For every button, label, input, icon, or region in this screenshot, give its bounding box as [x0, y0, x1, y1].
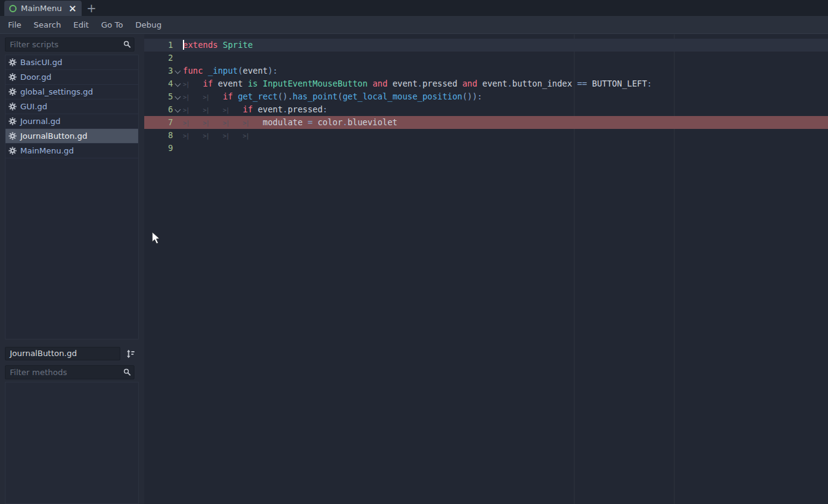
- script-item-label: BasicUI.gd: [20, 58, 62, 67]
- code-line-1[interactable]: 1extends Sprite: [144, 39, 828, 52]
- sort-methods-button[interactable]: [123, 347, 137, 360]
- code-lines: 1extends Sprite23func _input(event):4>|i…: [144, 39, 828, 155]
- code-line-3[interactable]: 3func _input(event):: [144, 64, 828, 77]
- script-item-journal[interactable]: Journal.gd: [6, 114, 138, 129]
- fold-chevron-icon[interactable]: [175, 81, 181, 87]
- tab-indent-marker-icon: >|: [183, 104, 203, 117]
- line-number: 5: [144, 90, 173, 103]
- gear-icon: [9, 103, 17, 110]
- tab-indent-marker-icon: >|: [243, 117, 263, 130]
- line-text: extends Sprite: [183, 39, 828, 52]
- sort-icon: [126, 349, 135, 359]
- line-text: >|>|>|if event.pressed:: [183, 103, 828, 116]
- line-number: 6: [144, 103, 173, 116]
- methods-list: [5, 382, 139, 504]
- line-number: 4: [144, 77, 173, 90]
- tab-indent-marker-icon: >|: [223, 130, 243, 142]
- line-text: >|if event is InputEventMouseButton and …: [183, 77, 828, 90]
- tab-indent-marker-icon: >|: [203, 117, 223, 130]
- line-number: 2: [144, 52, 173, 64]
- godot-script-editor-window: MainMenu × + FileSearchEditGo ToDebug Ba…: [0, 0, 828, 504]
- tab-indent-marker-icon: >|: [223, 104, 243, 117]
- line-text: >|>|>|>|: [183, 129, 828, 142]
- tab-indent-marker-icon: >|: [183, 91, 203, 104]
- menu-debug[interactable]: Debug: [129, 20, 168, 29]
- line-text: >|>|if get_rect().has_point(get_local_mo…: [183, 90, 828, 103]
- gear-icon: [9, 58, 17, 66]
- script-panel-sidebar: BasicUI.gdDoor.gdglobal_settings.gdGUI.g…: [0, 34, 139, 504]
- gear-icon: [9, 88, 17, 96]
- search-icon: [123, 41, 131, 48]
- code-line-9[interactable]: 9: [144, 142, 828, 155]
- filter-methods-input[interactable]: [5, 365, 134, 379]
- search-icon: [123, 368, 131, 376]
- script-item-door[interactable]: Door.gd: [6, 70, 138, 85]
- add-scene-tab-button[interactable]: +: [84, 0, 99, 16]
- script-item-journalbutton[interactable]: JournalButton.gd: [6, 129, 138, 144]
- code-line-7[interactable]: 7>|>|>|>|modulate = color.blueviolet: [144, 116, 828, 129]
- close-tab-icon[interactable]: ×: [69, 4, 77, 14]
- fold-chevron-icon[interactable]: [175, 68, 181, 74]
- code-editor[interactable]: 1extends Sprite23func _input(event):4>|i…: [144, 34, 828, 504]
- code-line-6[interactable]: 6>|>|>|if event.pressed:: [144, 103, 828, 116]
- line-text: >|>|>|>|modulate = color.blueviolet: [183, 116, 828, 129]
- menu-file[interactable]: File: [2, 20, 28, 29]
- scene-icon: [9, 5, 17, 12]
- scene-tab-label: MainMenu: [21, 4, 62, 13]
- gear-icon: [9, 147, 17, 155]
- filter-scripts-input[interactable]: [5, 37, 134, 52]
- line-number: 1: [144, 39, 173, 52]
- fold-chevron-icon[interactable]: [175, 94, 181, 100]
- scene-tab-bar: MainMenu × +: [0, 0, 828, 16]
- line-text: [183, 142, 828, 155]
- line-number: 3: [144, 64, 173, 77]
- script-item-mainmenu[interactable]: MainMenu.gd: [6, 144, 138, 158]
- script-item-label: Door.gd: [20, 72, 52, 82]
- code-line-8[interactable]: 8>|>|>|>|: [144, 129, 828, 142]
- script-item-gui[interactable]: GUI.gd: [6, 99, 138, 114]
- line-number: 8: [144, 129, 173, 142]
- line-text: [183, 52, 828, 64]
- text-caret: [183, 40, 184, 50]
- script-list: BasicUI.gdDoor.gdglobal_settings.gdGUI.g…: [5, 55, 139, 339]
- code-line-2[interactable]: 2: [144, 52, 828, 64]
- line-number: 9: [144, 142, 173, 155]
- tab-indent-marker-icon: >|: [203, 130, 223, 142]
- menu-edit[interactable]: Edit: [67, 20, 95, 29]
- tab-indent-marker-icon: >|: [243, 130, 263, 142]
- script-item-label: MainMenu.gd: [20, 146, 74, 155]
- gear-icon: [9, 132, 17, 140]
- tab-indent-marker-icon: >|: [183, 78, 203, 91]
- tab-indent-marker-icon: >|: [223, 117, 243, 130]
- tab-indent-marker-icon: >|: [183, 130, 203, 142]
- gear-icon: [9, 117, 17, 125]
- script-item-label: Journal.gd: [20, 117, 61, 126]
- code-line-4[interactable]: 4>|if event is InputEventMouseButton and…: [144, 77, 828, 90]
- script-item-label: JournalButton.gd: [20, 131, 87, 141]
- script-editor-menubar: FileSearchEditGo ToDebug: [0, 16, 828, 34]
- script-item-basicui[interactable]: BasicUI.gd: [6, 55, 138, 70]
- scene-tab-mainmenu[interactable]: MainMenu ×: [4, 1, 82, 16]
- script-item-label: GUI.gd: [20, 102, 47, 111]
- gear-icon: [9, 73, 17, 81]
- script-item-global_settings[interactable]: global_settings.gd: [6, 85, 138, 99]
- script-item-label: global_settings.gd: [20, 87, 93, 96]
- current-script-name: JournalButton.gd: [5, 347, 120, 360]
- fold-chevron-icon[interactable]: [175, 107, 181, 113]
- code-line-5[interactable]: 5>|>|if get_rect().has_point(get_local_m…: [144, 90, 828, 103]
- menu-search[interactable]: Search: [28, 20, 68, 29]
- line-text: func _input(event):: [183, 64, 828, 77]
- tab-indent-marker-icon: >|: [183, 117, 203, 130]
- tab-indent-marker-icon: >|: [203, 91, 223, 104]
- tab-indent-marker-icon: >|: [203, 104, 223, 117]
- line-number: 7: [144, 116, 173, 129]
- menu-go-to[interactable]: Go To: [95, 20, 130, 29]
